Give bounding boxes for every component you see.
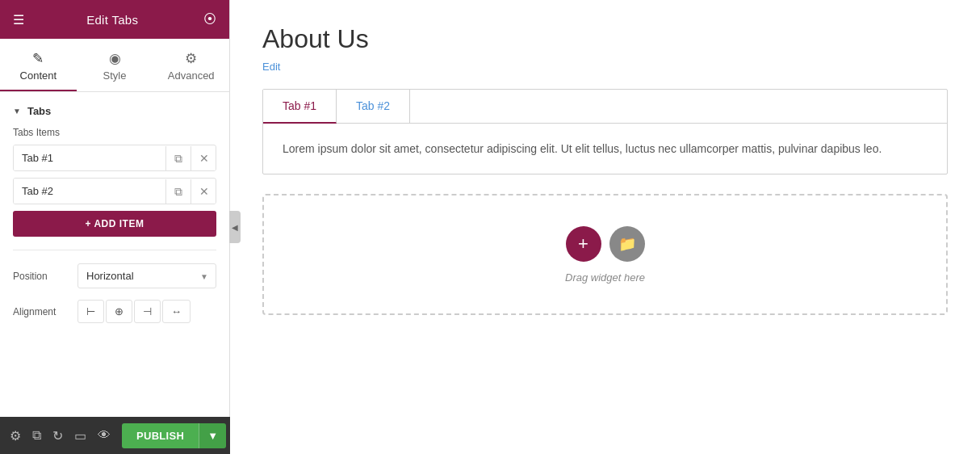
- tab-advanced[interactable]: ⚙ Advanced: [153, 39, 229, 91]
- grid-icon[interactable]: ⦿: [200, 12, 216, 27]
- alignment-label: Alignment: [13, 306, 77, 317]
- style-icon: ◉: [77, 50, 153, 67]
- tab-item-delete-2[interactable]: ✕: [191, 179, 216, 204]
- right-content: About Us Edit Tab #1 Tab #2 Lorem ipsum …: [230, 0, 980, 454]
- left-panel: ☰ Edit Tabs ⦿ ✎ Content ◉ Style ⚙ Advanc…: [0, 0, 230, 454]
- drag-widget-area: + 📁 Drag widget here: [262, 194, 948, 315]
- drag-widget-text: Drag widget here: [565, 271, 645, 284]
- tabs-section-header: ▼ Tabs: [13, 105, 216, 117]
- add-item-label: + ADD ITEM: [86, 218, 144, 229]
- advanced-icon: ⚙: [153, 50, 229, 67]
- position-select[interactable]: Horizontal Vertical: [77, 263, 216, 288]
- divider-1: [13, 250, 216, 250]
- panel-header: ☰ Edit Tabs ⦿: [0, 0, 229, 39]
- tab-item-input-2[interactable]: [14, 179, 165, 204]
- content-icon: ✎: [0, 50, 77, 67]
- tab-item-copy-2[interactable]: ⧉: [165, 179, 191, 204]
- position-field: Position Horizontal Vertical ▼: [13, 263, 216, 288]
- preview-icon[interactable]: 👁: [98, 428, 111, 443]
- collapse-handle[interactable]: ◀: [229, 211, 241, 243]
- menu-icon[interactable]: ☰: [13, 12, 24, 27]
- tab-item-copy-1[interactable]: ⧉: [165, 146, 191, 170]
- tab-item-row-1: ⧉ ✕: [13, 145, 216, 171]
- drag-folder-button[interactable]: 📁: [609, 226, 645, 262]
- tabs-widget: Tab #1 Tab #2 Lorem ipsum dolor sit amet…: [262, 89, 948, 174]
- settings-icon[interactable]: ⚙: [10, 428, 21, 443]
- panel-content: ▼ Tabs Tabs Items ⧉ ✕ ⧉ ✕ + ADD ITEM Pos…: [0, 92, 229, 419]
- history-icon[interactable]: ↻: [52, 428, 63, 443]
- tab-style[interactable]: ◉ Style: [77, 39, 153, 91]
- drag-add-button[interactable]: +: [566, 226, 601, 262]
- align-btn-justify[interactable]: ↔: [162, 300, 191, 323]
- panel-tabs-bar: ✎ Content ◉ Style ⚙ Advanced: [0, 39, 229, 92]
- position-select-wrap: Horizontal Vertical ▼: [77, 263, 216, 288]
- responsive-icon[interactable]: ▭: [74, 428, 86, 443]
- tab-content[interactable]: ✎ Content: [0, 39, 77, 91]
- publish-button[interactable]: PUBLISH: [122, 423, 199, 448]
- tab-nav-item-2[interactable]: Tab #2: [337, 90, 410, 123]
- add-item-button[interactable]: + ADD ITEM: [13, 211, 216, 237]
- tabs-items-label: Tabs Items: [13, 127, 216, 138]
- tab-item-row-2: ⧉ ✕: [13, 178, 216, 204]
- page-title: About Us: [262, 24, 948, 54]
- tabs-nav: Tab #1 Tab #2: [263, 90, 947, 124]
- alignment-field: Alignment ⊢ ⊕ ⊣ ↔: [13, 300, 216, 323]
- position-label: Position: [13, 271, 77, 282]
- tab-item-delete-1[interactable]: ✕: [191, 146, 216, 170]
- tab-content-area: Lorem ipsum dolor sit amet, consectetur …: [263, 124, 947, 174]
- section-arrow: ▼: [13, 107, 21, 116]
- panel-title: Edit Tabs: [86, 13, 138, 27]
- tab-item-input-1[interactable]: [14, 145, 165, 170]
- alignment-buttons: ⊢ ⊕ ⊣ ↔: [77, 300, 216, 323]
- align-btn-right[interactable]: ⊣: [134, 300, 161, 323]
- position-control: Horizontal Vertical ▼: [77, 263, 216, 288]
- align-btn-center[interactable]: ⊕: [106, 300, 132, 323]
- edit-link[interactable]: Edit: [262, 61, 280, 73]
- tab-nav-item-1[interactable]: Tab #1: [263, 90, 337, 124]
- alignment-control: ⊢ ⊕ ⊣ ↔: [77, 300, 216, 323]
- publish-dropdown-button[interactable]: ▼: [199, 423, 226, 448]
- align-btn-left[interactable]: ⊢: [77, 300, 104, 323]
- footer-bar: ⚙ ⧉ ↻ ▭ 👁 PUBLISH ▼: [0, 417, 230, 454]
- layers-icon[interactable]: ⧉: [32, 428, 41, 443]
- drag-widget-buttons: + 📁: [566, 226, 645, 262]
- publish-btn-wrap: PUBLISH ▼: [122, 423, 226, 448]
